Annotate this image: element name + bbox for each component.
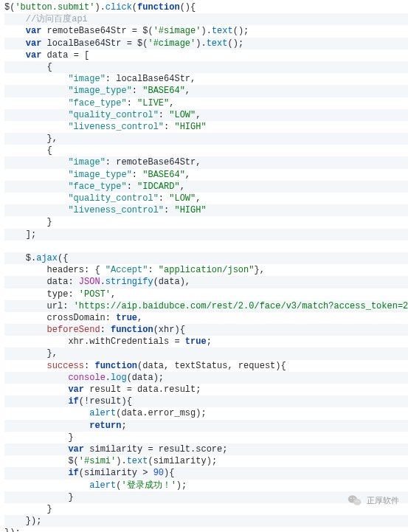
svg-point-5 <box>358 501 359 502</box>
code-token: 'POST' <box>79 289 111 300</box>
watermark-label: 正厚软件 <box>367 495 399 506</box>
code-token: xhr.withCredentials = <box>4 336 185 347</box>
code-token <box>4 205 68 215</box>
code-token: (data), <box>153 277 190 287</box>
code-token: ). <box>94 2 105 13</box>
code-token <box>4 170 68 180</box>
code-token: ). <box>116 456 126 466</box>
code-token: (!result){ <box>79 396 132 407</box>
code-line: alert('登录成功！'); <box>4 480 408 491</box>
code-token: (similarity); <box>148 456 217 466</box>
code-line: "liveness_control": "HIGH" <box>4 121 408 133</box>
code-token: : <box>132 86 142 96</box>
code-token: log <box>111 373 127 383</box>
code-token: (){ <box>180 2 196 13</box>
code-token: function <box>137 2 180 13</box>
code-token: }); <box>4 516 41 526</box>
code-token: click <box>106 2 132 13</box>
code-token: function <box>111 325 153 335</box>
code-token <box>4 408 89 418</box>
code-token: 'https://aip.baidubce.com/rest/2.0/face/… <box>74 301 408 311</box>
code-token: ]; <box>4 229 36 240</box>
code-token: if <box>68 396 78 407</box>
code-token <box>4 182 68 192</box>
code-line: var result = data.result; <box>4 384 408 395</box>
code-token: : <box>100 325 111 335</box>
code-line: type: 'POST', <box>4 289 408 300</box>
code-token: }, <box>4 134 58 144</box>
code-token: ; <box>207 336 212 347</box>
code-token: } <box>4 492 74 502</box>
code-line: "face_type": "LIVE", <box>4 97 408 109</box>
code-token <box>4 361 47 371</box>
code-token: stringify <box>106 277 153 287</box>
code-token: "application/json" <box>159 265 255 275</box>
code-token: : <box>159 110 169 120</box>
code-token: "liveness_control" <box>68 205 164 215</box>
code-token: ({ <box>58 253 68 263</box>
code-token: //访问百度api <box>26 14 88 24</box>
code-token: "face_type" <box>68 98 126 108</box>
code-token: var <box>26 38 42 49</box>
code-token: , <box>169 98 174 108</box>
code-token <box>4 14 26 24</box>
code-token: 90 <box>153 468 164 478</box>
code-token: $( <box>4 2 15 13</box>
code-token <box>4 26 26 36</box>
code-line: headers: { "Accept": "application/json"}… <box>4 264 408 276</box>
code-token: }); <box>4 528 21 532</box>
code-token: '#simi' <box>79 456 116 466</box>
code-token <box>4 444 68 455</box>
watermark: 正厚软件 <box>348 494 399 506</box>
code-token: , <box>196 110 201 120</box>
code-token: "HIGH" <box>174 122 206 132</box>
code-token: , <box>111 289 116 300</box>
code-line: if(similarity > 90){ <box>4 467 408 479</box>
code-token: '#simage' <box>153 26 201 36</box>
code-token <box>4 480 89 491</box>
code-line: console.log(data); <box>4 372 408 384</box>
code-token: }, <box>4 348 58 359</box>
code-token: : <box>164 122 174 132</box>
code-token: { <box>4 145 52 156</box>
code-token: (data, textStatus, request){ <box>137 361 286 371</box>
code-token <box>4 325 47 335</box>
code-line: crossDomain: true, <box>4 312 408 324</box>
code-token: : <box>127 182 137 192</box>
code-line: } <box>4 432 408 443</box>
code-token: text <box>212 26 233 36</box>
code-token: , <box>137 313 142 323</box>
svg-point-1 <box>353 499 361 505</box>
code-token: (similarity > <box>79 468 153 478</box>
code-line: "quality_control": "LOW", <box>4 193 408 204</box>
code-line: "image_type": "BASE64", <box>4 85 408 97</box>
code-token: headers: { <box>4 265 106 275</box>
code-token: "image_type" <box>68 170 131 180</box>
code-token: : localBase64Str, <box>106 74 196 84</box>
code-line: var data = [ <box>4 49 408 61</box>
code-line: ]; <box>4 229 408 241</box>
code-token: "HIGH" <box>174 205 206 215</box>
code-token: "quality_control" <box>68 110 158 120</box>
code-token: type: <box>4 289 79 300</box>
code-token: ; <box>121 421 126 431</box>
code-token: beforeSend <box>47 325 100 335</box>
code-token: "LIVE" <box>137 98 169 108</box>
code-line: $('#simi').text(similarity); <box>4 455 408 467</box>
code-token: , <box>185 170 190 180</box>
code-token: true <box>185 336 207 347</box>
code-token: data: <box>4 277 79 287</box>
code-token: '#cimage' <box>148 38 196 49</box>
code-token: $( <box>4 456 79 466</box>
code-token: function <box>94 361 137 371</box>
code-token: ( <box>132 2 137 13</box>
code-token: } <box>4 504 52 514</box>
code-token: (xhr){ <box>153 325 185 335</box>
code-token: : <box>84 361 94 371</box>
code-token: text <box>207 38 228 49</box>
code-token: (); <box>233 26 249 36</box>
code-token <box>4 86 68 96</box>
code-line: success: function(data, textStatus, requ… <box>4 360 408 372</box>
code-token: remoteBase64Str = $( <box>41 26 153 36</box>
code-line: xhr.withCredentials = true; <box>4 336 408 348</box>
